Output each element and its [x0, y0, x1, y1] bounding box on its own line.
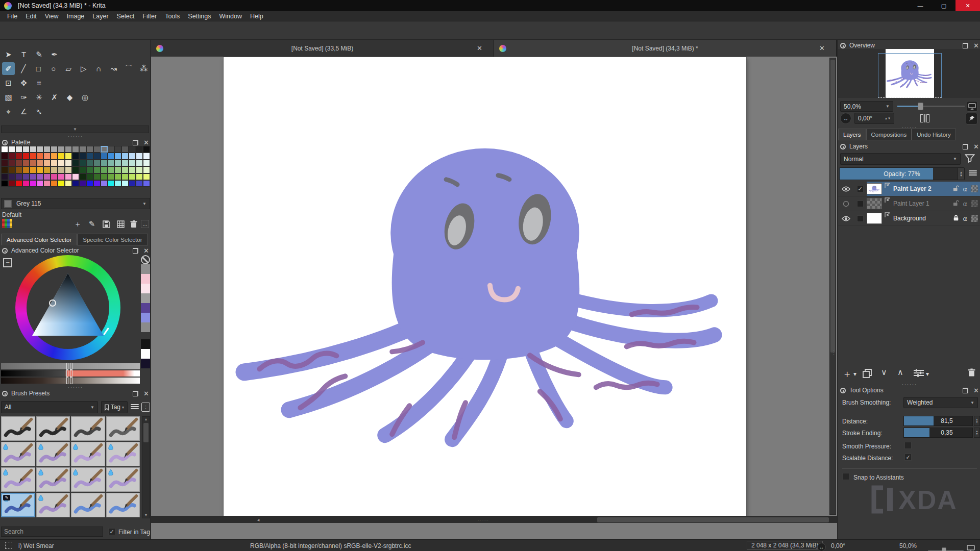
palette-swatch[interactable]: [136, 160, 143, 166]
palette-swatch[interactable]: [143, 153, 150, 159]
palette-swatch[interactable]: [30, 180, 37, 187]
palette-swatch[interactable]: [108, 180, 115, 187]
palette-swatch[interactable]: [1, 146, 8, 153]
palette-swatch[interactable]: [121, 180, 129, 187]
rotation-spinbox[interactable]: 0,00° ▲▼: [854, 113, 894, 124]
palette-swatch[interactable]: [114, 160, 121, 166]
dynamic-brush-tool[interactable]: ∩: [92, 62, 105, 75]
palette-swatch[interactable]: [15, 180, 22, 187]
inherit-alpha-icon[interactable]: [971, 200, 978, 207]
layer-visibility-toggle[interactable]: [838, 215, 853, 222]
alpha-lock-icon[interactable]: α: [963, 200, 967, 208]
horizontal-scroll-thumb[interactable]: [597, 517, 829, 522]
lock-icon[interactable]: [840, 43, 846, 48]
palette-swatch[interactable]: [143, 160, 150, 166]
palette-swatch[interactable]: [93, 160, 101, 166]
canvas-viewport[interactable]: ···: [151, 57, 837, 516]
layer-properties-button[interactable]: [914, 369, 924, 379]
menu-filter[interactable]: Filter: [138, 11, 161, 21]
palette-swatch[interactable]: [30, 166, 37, 173]
color-wheel[interactable]: [15, 255, 120, 360]
menu-window[interactable]: Window: [215, 11, 246, 21]
palette-swatch[interactable]: [8, 146, 15, 153]
palette-swatch[interactable]: [129, 180, 136, 187]
palette-swatch[interactable]: [108, 160, 115, 166]
history-swatch[interactable]: [141, 349, 150, 359]
brush-preset-wet-smear[interactable]: ✎: [1, 493, 35, 517]
palette-swatch[interactable]: [79, 166, 86, 173]
menu-tools[interactable]: Tools: [161, 11, 184, 21]
properties-dropdown[interactable]: ▾: [926, 370, 929, 378]
palette-swatch[interactable]: [30, 146, 37, 153]
palette-swatch[interactable]: [30, 160, 37, 166]
menu-layer[interactable]: Layer: [88, 11, 112, 21]
delete-layer-button[interactable]: [968, 368, 975, 379]
float-docker-icon[interactable]: [133, 248, 138, 254]
filter-in-tag-checkbox[interactable]: ✓: [108, 528, 115, 535]
distance-slider[interactable]: 81,5: [903, 416, 973, 426]
palette-swatch[interactable]: [22, 153, 30, 159]
layer-lock-icon[interactable]: [953, 214, 959, 223]
duplicate-layer-button[interactable]: [863, 369, 872, 380]
rotation-reset-icon[interactable]: ↔: [840, 113, 851, 124]
close-tab-icon[interactable]: ✕: [477, 44, 482, 52]
history-swatch[interactable]: [141, 339, 150, 349]
palette-swatch[interactable]: [65, 180, 72, 187]
palette-swatch[interactable]: [65, 166, 72, 173]
lock-icon[interactable]: [2, 248, 8, 254]
menu-help[interactable]: Help: [246, 11, 267, 21]
palette-swatch[interactable]: [101, 166, 108, 173]
palette-swatch[interactable]: [37, 180, 44, 187]
palette-swatch[interactable]: [22, 173, 30, 180]
menu-select[interactable]: Select: [113, 11, 139, 21]
inherit-alpha-icon[interactable]: [971, 215, 978, 222]
layer-blend-mode-dropdown[interactable]: Normal▼: [840, 153, 961, 165]
no-color-icon[interactable]: [141, 255, 150, 264]
layer-select-checkbox[interactable]: [853, 201, 867, 207]
palette-swatch[interactable]: [136, 146, 143, 153]
minimize-button[interactable]: —: [909, 0, 932, 11]
measure-tool[interactable]: ∠: [17, 105, 30, 118]
list-view-icon[interactable]: [131, 404, 139, 410]
transform-tool[interactable]: ⊡: [2, 77, 15, 89]
brush-preset-pencil-3[interactable]: [71, 416, 105, 441]
palette-swatch[interactable]: [86, 180, 93, 187]
palette-swatch[interactable]: [93, 166, 101, 173]
palette-swatch[interactable]: [15, 153, 22, 159]
palette-swatch[interactable]: [51, 146, 58, 153]
layer-visibility-toggle[interactable]: [838, 201, 853, 207]
delete-swatch-button[interactable]: [128, 218, 140, 230]
palette-swatch[interactable]: [79, 160, 86, 166]
palette-swatch[interactable]: [101, 173, 108, 180]
canvas-only-monitor-icon[interactable]: [967, 101, 977, 112]
menu-file[interactable]: File: [3, 11, 21, 21]
layer-row-background[interactable]: Backgroundα: [838, 211, 980, 226]
palette-swatch[interactable]: [136, 173, 143, 180]
pin-docker-icon[interactable]: [966, 113, 977, 124]
preset-scrollbar[interactable]: ▲ ▼: [142, 416, 150, 518]
palette-swatch[interactable]: [72, 180, 79, 187]
palette-swatch[interactable]: [37, 173, 44, 180]
palette-swatch[interactable]: [143, 166, 150, 173]
history-swatch[interactable]: [141, 293, 150, 303]
lock-icon[interactable]: [840, 144, 846, 149]
palette-swatch[interactable]: [129, 146, 136, 153]
palette-list-icon[interactable]: [2, 219, 12, 228]
palette-swatch[interactable]: [129, 166, 136, 173]
palette-swatch[interactable]: [86, 146, 93, 153]
palette-swatch[interactable]: [72, 173, 79, 180]
polygon-tool[interactable]: ▱: [62, 62, 75, 75]
palette-swatch[interactable]: [22, 146, 30, 153]
brush-preset-pencil-2[interactable]: [36, 416, 70, 441]
palette-swatch[interactable]: [108, 153, 115, 159]
snap-assistants-checkbox[interactable]: [842, 473, 849, 480]
search-input[interactable]: Search: [1, 527, 103, 537]
palette-swatch[interactable]: [121, 146, 129, 153]
close-docker-icon[interactable]: ✕: [973, 42, 979, 49]
move-tool[interactable]: ✥: [17, 77, 30, 89]
brush-preset-knife-soft[interactable]: [1, 467, 35, 492]
line-tool[interactable]: ╱: [17, 62, 30, 75]
palette-swatch[interactable]: [30, 173, 37, 180]
layer-opacity-slider[interactable]: Opacity: 77% ▲▼: [839, 167, 965, 180]
brush-smoothing-dropdown[interactable]: Weighted▼: [903, 397, 978, 408]
